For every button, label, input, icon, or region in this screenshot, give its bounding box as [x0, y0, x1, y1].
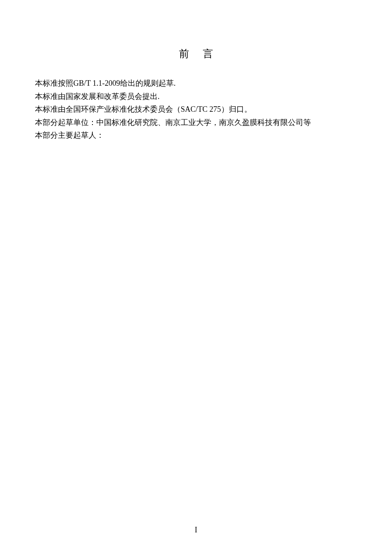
paragraph-1: 本标准按照GB/T 1.1-2009给出的规则起草.: [35, 77, 357, 90]
page-number: I: [0, 526, 392, 535]
page-title: 前言: [35, 47, 357, 61]
paragraph-3: 本标准由全国环保产业标准化技术委员会（SAC/TC 275）归口。: [35, 103, 357, 116]
document-page: 前言 本标准按照GB/T 1.1-2009给出的规则起草. 本标准由国家发展和改…: [0, 0, 392, 142]
document-content: 本标准按照GB/T 1.1-2009给出的规则起草. 本标准由国家发展和改革委员…: [35, 77, 357, 142]
paragraph-2: 本标准由国家发展和改革委员会提出.: [35, 90, 357, 103]
paragraph-4: 本部分起草单位：中国标准化研究院、南京工业大学，南京久盈膜科技有限公司等: [35, 116, 357, 129]
paragraph-5: 本部分主要起草人：: [35, 129, 357, 142]
